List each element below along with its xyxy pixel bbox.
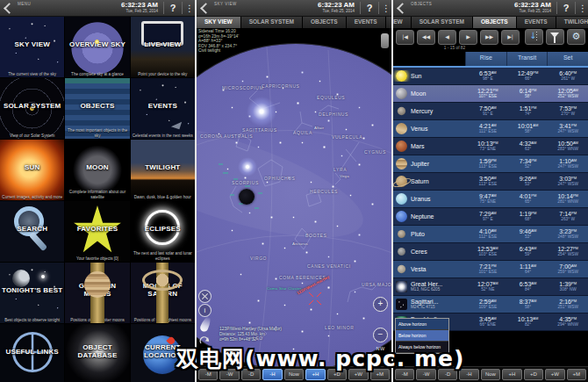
tab-events[interactable]: EVENTS (517, 16, 556, 28)
object-row-great-her[interactable]: Great Her...M13, NGC 620512:07AM52° NE6:… (393, 278, 588, 296)
set-time: 7:14PM (548, 211, 588, 217)
time-step-m[interactable]: +M (567, 369, 586, 380)
tab-twilight[interactable]: TWILIGHT (386, 16, 391, 28)
object-row-pluto[interactable]: Pluto4:10AM112° ESE9:46AM53°3:23PM248° W… (393, 226, 588, 243)
object-row-uranus[interactable]: Uranus9:47AM75° ENE4:01PM65°10:14PM281° … (393, 191, 588, 208)
set-azimuth: 263° W (548, 218, 588, 222)
tab-events[interactable]: EVENTS (347, 16, 386, 28)
selected-comet-marker[interactable] (202, 316, 210, 332)
help-button[interactable]: ? (559, 3, 573, 13)
menu-tile-galilean-moons[interactable]: GALILEAN MOONSPositions of the Jupiter m… (65, 263, 129, 323)
column-transit[interactable]: Transit (506, 52, 548, 66)
tile-caption: Best objects to observe tonight (1, 318, 63, 322)
tile-caption: The most important objects in the sky (66, 128, 128, 138)
help-button[interactable]: ? (166, 3, 180, 13)
overflow-menu-icon[interactable]: ⋮ (184, 4, 195, 13)
menu-tile-sky-view[interactable]: SKY VIEWThe current view of the sky (0, 17, 64, 77)
tab-sky-view[interactable]: SKY VIEW (393, 16, 412, 28)
transit-time: 10:01AM (508, 123, 549, 129)
time-step-w[interactable]: +W (545, 369, 564, 380)
nav-next-button[interactable]: ▶ (459, 30, 477, 45)
filter-button[interactable] (546, 29, 564, 45)
menu-tile-moons-of-saturn[interactable]: MOONS OF SATURNPositions of the brightes… (131, 263, 195, 323)
sort-button[interactable]: ↓ (525, 29, 543, 45)
nav-rewind-button[interactable]: ◀◀ (417, 30, 435, 45)
object-row-neptune[interactable]: Neptune7:29AM97° E1:19PM68°7:14PM263° W (393, 208, 588, 226)
object-row-mercury[interactable]: Mercury7:50AM91° E1:51PM74°7:53PM270° W (393, 103, 588, 120)
tab-solar-system[interactable]: SOLAR SYSTEM (241, 16, 303, 28)
zoom-in-button[interactable]: + (373, 297, 388, 312)
tab-sky-view[interactable]: SKY VIEW (197, 16, 241, 28)
overflow-menu-icon[interactable]: ⋮ (577, 4, 588, 13)
zoom-out-button[interactable]: − (373, 328, 388, 342)
menu-tile-moon[interactable]: MOONComplete information about our satel… (65, 140, 129, 200)
object-name-block: Neptune (411, 213, 434, 220)
set-cell: 1:10AM247° WSW (548, 158, 588, 169)
nav-previous-button[interactable]: ◀ (438, 30, 456, 45)
sky-map[interactable]: Sidereal Time 16:20 α=16h 23m δ=-19°14' … (197, 28, 391, 367)
menu-tile-tonights-best[interactable]: TONIGHT'S BESTBest objects to observe to… (0, 263, 64, 323)
object-row-ceres[interactable]: Ceres12:53AM103° ESE6:43AM59°12:27PM254°… (393, 243, 588, 261)
menu-tile-solar-system[interactable]: SOLAR SYSTEMView of our Solar System (0, 78, 64, 139)
object-row-mars[interactable]: Mars10:13PM73° ENE4:32AM63°10:50AM283° W… (393, 138, 588, 155)
menu-header-title: MENU (18, 2, 121, 6)
menu-tile-overview-sky[interactable]: OVERVIEW SKYThe complete sky at a glance (65, 17, 129, 77)
menu-tile-favorites[interactable]: FAVORITESYour favorite objects [0] (65, 201, 129, 262)
transit-azimuth: 84° (508, 288, 549, 292)
back-icon[interactable] (200, 3, 212, 14)
rise-time: 4:21AM (468, 123, 508, 129)
info-button[interactable]: i (198, 304, 212, 317)
tab-solar-system[interactable]: SOLAR SYSTEM (412, 16, 473, 28)
object-row-jupiter[interactable]: Jupiter1:59PM113° ESE7:34PM52°1:10AM247°… (393, 155, 588, 173)
menu-tile-eclipses[interactable]: ECLIPSESThe next and last solar and luna… (131, 201, 195, 262)
tile-caption: The current view of the sky (1, 72, 63, 76)
time-step-now[interactable]: Now (481, 369, 500, 380)
menu-tile-object-database[interactable]: OBJECT DATABASE (65, 324, 129, 382)
menu-tile-search[interactable]: SEARCH (0, 201, 64, 262)
tile-title: FAVORITES (65, 225, 129, 233)
menu-tile-objects[interactable]: OBJECTSThe most important objects in the… (65, 78, 129, 139)
tab-objects[interactable]: OBJECTS (303, 16, 347, 28)
object-row-venus[interactable]: Venus4:21AM111° ESE10:01AM58°3:41PM247° … (393, 120, 588, 138)
rise-cell: 1:59PM113° ESE (468, 158, 508, 169)
object-cell: Ceres (393, 246, 468, 257)
objects-tab-bar: SKY VIEWSOLAR SYSTEMOBJECTSEVENTSTWILIGH… (393, 16, 588, 28)
back-icon[interactable] (4, 3, 15, 14)
object-row-sun[interactable]: Sun6:53AM98° E12:49PM66°6:40PM261° W (393, 68, 588, 85)
object-row-moon[interactable]: Moon12:21PM107° ESE6:14PM58°12:05AM252° … (393, 85, 588, 103)
menu-tile-live-view[interactable]: LIVE VIEWPoint your device to the sky (131, 17, 195, 77)
filter-option-above-horizon[interactable]: Above horizon (396, 319, 448, 330)
clock-date: Tue, Feb 25, 2014 (121, 10, 158, 14)
tile-title: ECLIPSES (131, 225, 195, 233)
nav-first-button[interactable]: |◀ (396, 30, 414, 45)
column-rise[interactable]: Rise (465, 52, 506, 66)
menu-tile-useful-links[interactable]: USEFUL LINKS (0, 324, 64, 382)
zoom-slider-handle[interactable] (381, 33, 389, 48)
moon-icon (396, 88, 407, 99)
object-row-sagittari[interactable]: Sagittari...M24, IC 47152:59AM109° ESE8:… (393, 296, 588, 314)
nav-last-button[interactable]: ▶| (501, 30, 520, 45)
overflow-menu-icon[interactable]: ⋮ (381, 4, 391, 13)
compass-reset-button[interactable] (198, 290, 212, 303)
tab-objects[interactable]: OBJECTS (473, 16, 517, 28)
menu-tile-events[interactable]: EVENTSCelestial events in the next weeks (131, 78, 195, 139)
object-row-saturn[interactable]: Saturn3:50AM113° ESE9:26AM53°3:03PM247° … (393, 173, 588, 191)
set-cell: 6:40PM261° W (548, 70, 588, 82)
back-icon[interactable] (397, 3, 408, 14)
rise-cell: 4:21AM111° ESE (468, 123, 508, 134)
tab-twilight[interactable]: TWILIGHT (556, 16, 588, 28)
transit-azimuth: 66° (508, 77, 549, 82)
settings-button[interactable]: ⚙ (567, 29, 585, 45)
time-step-d[interactable]: +D (524, 369, 543, 380)
menu-tile-twilight[interactable]: TWILIGHTDawn, dusk, blue & golden hour (131, 140, 195, 200)
set-azimuth: 247° WSW (548, 165, 588, 169)
help-button[interactable]: ? (362, 3, 376, 13)
nav-forward-button[interactable]: ▶▶ (480, 30, 498, 45)
column-set[interactable]: Set (547, 52, 588, 66)
object-cell: Moon (393, 88, 468, 99)
object-row-vesta[interactable]: Vesta7:21PM101° ESE1:11AM64°7:00AM259° W… (393, 261, 588, 278)
set-time: 12:27PM (548, 246, 588, 252)
filter-option-below-horizon[interactable]: Below horizon (396, 330, 448, 342)
time-step-h[interactable]: +H (502, 369, 521, 380)
menu-tile-sun[interactable]: SUNCurrent images, activity and more (0, 140, 64, 200)
